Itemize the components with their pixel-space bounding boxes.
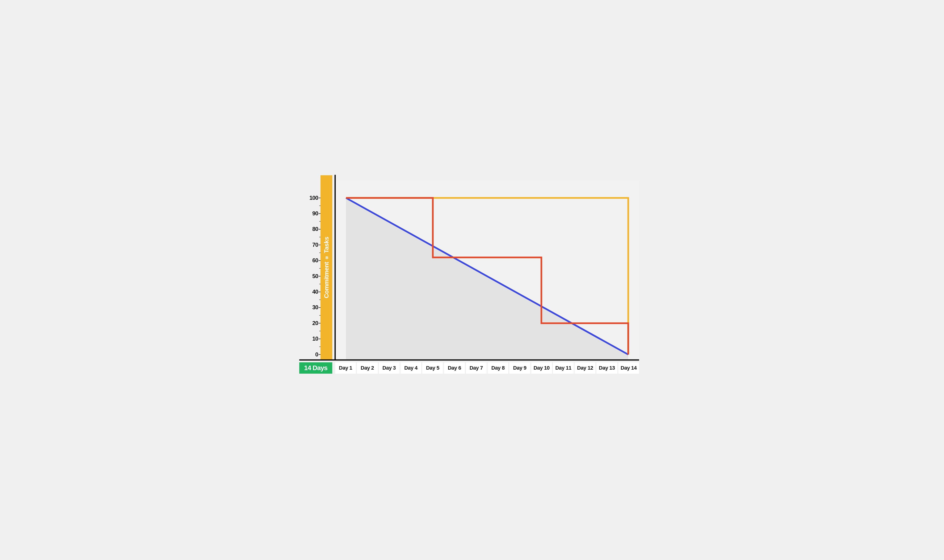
chart-svg <box>290 172 654 388</box>
burndown-chart: Commitment в Tasks 010203040506070809010… <box>290 172 654 388</box>
